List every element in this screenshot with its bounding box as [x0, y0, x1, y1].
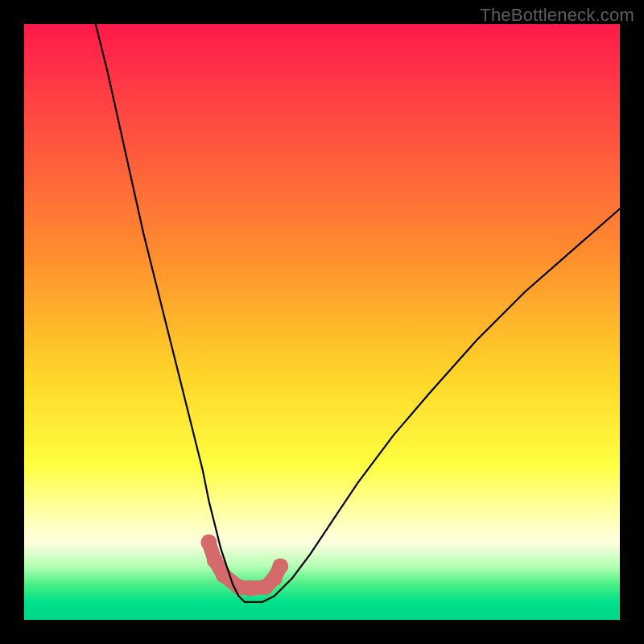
- chart-frame: TheBottleneck.com: [0, 0, 644, 644]
- bottleneck-curve: [96, 24, 620, 602]
- marker-dot: [242, 580, 258, 597]
- chart-plot-area: [24, 24, 620, 620]
- chart-svg: [24, 24, 620, 620]
- marker-group: [200, 535, 288, 597]
- marker-dot: [207, 552, 223, 568]
- marker-dot: [200, 535, 217, 551]
- watermark-text: TheBottleneck.com: [480, 5, 634, 26]
- marker-dot: [272, 558, 288, 574]
